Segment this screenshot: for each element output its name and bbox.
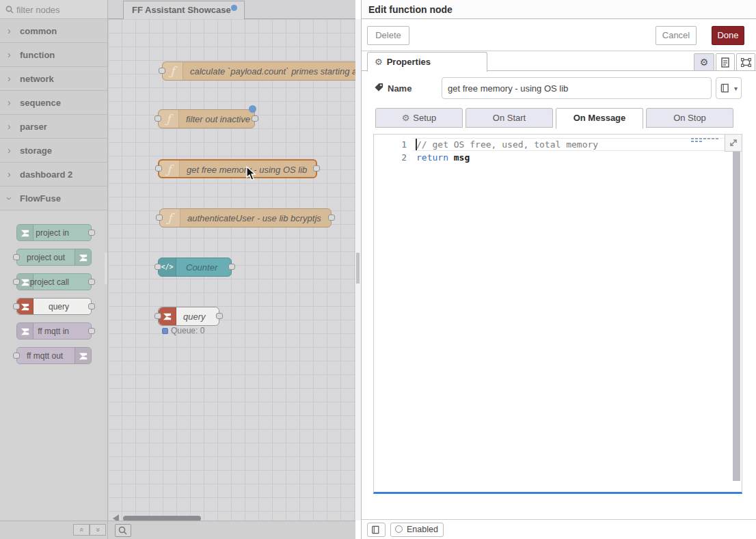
- template-node-counter[interactable]: </> Counter: [158, 258, 232, 277]
- palette-scrollbar-thumb[interactable]: [105, 253, 107, 284]
- canvas-vscroll-lane: [355, 19, 361, 521]
- book-icon: [720, 83, 729, 93]
- editor-expand-button[interactable]: [725, 135, 742, 152]
- node-port: [13, 353, 20, 359]
- tab-on-stop[interactable]: On Stop: [646, 108, 733, 128]
- node-port: [216, 313, 223, 319]
- function-icon: ƒ: [163, 62, 183, 80]
- palette-category-common[interactable]: ›common: [0, 19, 107, 43]
- name-row: Name ▾: [362, 77, 756, 100]
- node-port: [228, 264, 235, 270]
- dialog-footer: Enabled: [362, 519, 756, 539]
- modified-dot: [231, 5, 237, 11]
- chevron-right-icon: ›: [8, 19, 11, 43]
- palette-node-project-out[interactable]: project out: [16, 249, 92, 266]
- description-view-button[interactable]: [716, 53, 735, 71]
- flow-canvas[interactable]: FF Assistant Showcase ƒ calculate `paylo…: [108, 0, 355, 521]
- node-port: [13, 279, 20, 285]
- dialog-toolbar: Delete Cancel Done: [362, 19, 756, 51]
- node-port: [154, 115, 161, 122]
- node-port: [13, 254, 20, 260]
- editor-scrollbar[interactable]: [733, 136, 740, 481]
- palette-category-flowfuse[interactable]: ›FlowFuse: [0, 186, 107, 210]
- gear-icon: ⚙: [375, 57, 383, 67]
- tab-on-start[interactable]: On Start: [465, 108, 553, 128]
- chevron-right-icon: ›: [8, 115, 11, 139]
- palette-node-query[interactable]: query: [16, 298, 92, 315]
- node-port: [155, 165, 162, 171]
- palette-node-project-call[interactable]: project call: [16, 273, 92, 290]
- node-port: [88, 279, 95, 285]
- selection-box-icon: [741, 57, 751, 68]
- chevron-right-icon: ›: [8, 139, 11, 163]
- name-label: Name: [388, 83, 411, 94]
- enabled-toggle-button[interactable]: Enabled: [390, 523, 444, 537]
- canvas-search-button[interactable]: [115, 524, 131, 537]
- function-node-filter-out-inactive[interactable]: ƒ filter out inactive: [158, 109, 255, 128]
- tab-properties[interactable]: ⚙Properties: [367, 52, 487, 72]
- canvas-vscroll-thumb[interactable]: [356, 253, 360, 284]
- flowfuse-logo-icon: [17, 323, 33, 339]
- expand-all-button[interactable]: »: [90, 524, 106, 536]
- function-node-get-free-memory[interactable]: ƒ get free memory - using OS lib: [158, 159, 317, 178]
- function-icon: ƒ: [159, 110, 179, 128]
- properties-view-button[interactable]: ⚙: [694, 53, 714, 71]
- canvas-footer: [108, 521, 355, 539]
- node-port: [159, 68, 165, 74]
- query-node[interactable]: query: [158, 307, 219, 326]
- palette-category-dashboard2[interactable]: ›dashboard 2: [0, 163, 107, 186]
- hscroll-left-arrow[interactable]: [113, 514, 119, 521]
- node-port: [154, 264, 161, 270]
- palette-node-project-in[interactable]: project in: [16, 224, 92, 241]
- status-dot-icon: [162, 328, 168, 334]
- palette-category-storage[interactable]: ›storage: [0, 139, 107, 163]
- palette-category-network[interactable]: ›network: [0, 67, 107, 91]
- search-icon: [5, 5, 14, 14]
- toggle-circle-icon: [395, 525, 403, 533]
- tag-icon: [374, 82, 384, 92]
- edit-dialog: Edit function node Delete Cancel Done ⚙P…: [361, 0, 756, 539]
- library-dropdown-button[interactable]: ▾: [716, 77, 742, 99]
- node-port: [154, 313, 161, 319]
- expand-icon: [729, 138, 738, 148]
- double-chevron-up-icon: «: [77, 527, 87, 531]
- flowfuse-logo-icon: [17, 225, 33, 240]
- chevron-right-icon: ›: [8, 43, 11, 67]
- delete-button[interactable]: Delete: [367, 26, 409, 45]
- done-button[interactable]: Done: [712, 26, 744, 45]
- palette-footer: « »: [0, 521, 108, 539]
- tab-on-message[interactable]: On Message: [556, 108, 643, 129]
- cancel-button[interactable]: Cancel: [656, 26, 697, 45]
- name-input[interactable]: [442, 77, 712, 99]
- palette-sidebar: ›common ›function ›network ›sequence ›pa…: [0, 0, 108, 521]
- function-node-authenticate-user[interactable]: ƒ authenticateUser - use lib bcryptjs: [159, 208, 332, 227]
- hscroll-thumb[interactable]: [123, 516, 201, 521]
- palette-category-parser[interactable]: ›parser: [0, 115, 107, 139]
- workspace-tab[interactable]: FF Assistant Showcase: [123, 1, 245, 19]
- node-port: [313, 165, 320, 171]
- code-editor[interactable]: 1 // get OS free, used, total memory 2 r…: [373, 134, 742, 494]
- function-icon: ƒ: [160, 209, 180, 227]
- palette-node-ff-mqtt-in[interactable]: ff mqtt in: [16, 322, 92, 340]
- palette-category-function[interactable]: ›function: [0, 43, 107, 67]
- appearance-view-button[interactable]: [736, 53, 755, 71]
- canvas-grid[interactable]: ƒ calculate `payload.count` primes start…: [108, 19, 355, 521]
- library-button[interactable]: [367, 523, 386, 537]
- palette-category-sequence[interactable]: ›sequence: [0, 91, 107, 115]
- node-port: [88, 303, 95, 309]
- palette-search[interactable]: [0, 0, 107, 19]
- function-node-calculate-primes[interactable]: ƒ calculate `payload.count` primes start…: [162, 61, 355, 81]
- tray-tab-row: ⚙Properties ⚙: [362, 52, 756, 71]
- palette-filter-input[interactable]: [16, 2, 98, 17]
- gear-icon: ⚙: [700, 57, 709, 68]
- workspace-tab-bar: FF Assistant Showcase: [108, 0, 355, 19]
- palette-node-ff-mqtt-out[interactable]: ff mqtt out: [16, 347, 92, 364]
- tab-setup[interactable]: ⚙Setup: [375, 108, 463, 128]
- gear-icon: ⚙: [402, 113, 410, 123]
- chevron-right-icon: ›: [8, 91, 11, 115]
- function-icon: ƒ: [159, 161, 180, 177]
- book-icon: [371, 525, 380, 534]
- collapse-all-button[interactable]: «: [73, 524, 90, 536]
- code-line-1: 1 // get OS free, used, total memory: [374, 138, 742, 151]
- dialog-title: Edit function node: [368, 4, 453, 15]
